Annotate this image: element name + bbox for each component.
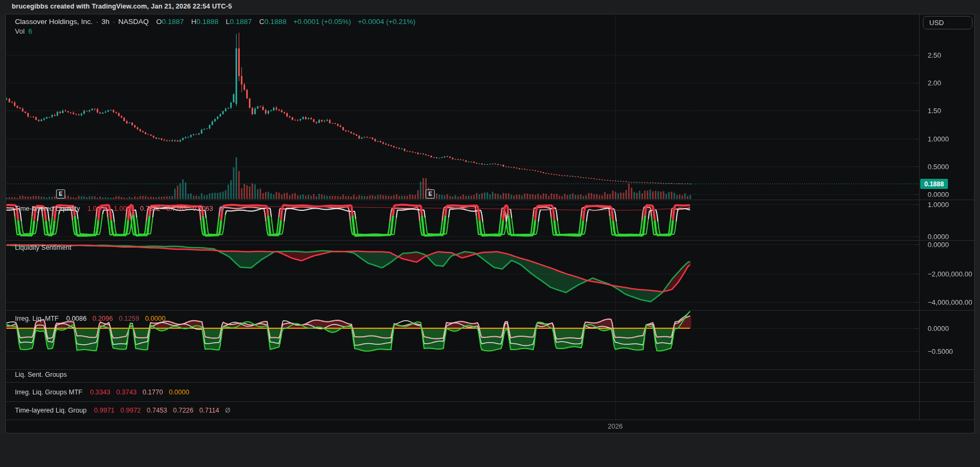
- price-axis-label: 0.0000: [928, 241, 949, 249]
- change-absolute: +0.0001 (+0.05%): [293, 18, 351, 26]
- indicator-value: 0.0086: [66, 315, 87, 322]
- price-axis-label: 0.0000: [928, 324, 949, 333]
- indicator-value: 0.7265: [167, 205, 187, 212]
- pane-label: Time-layered Liquidity: [15, 205, 80, 212]
- price-axis-label: 1.0000: [928, 201, 949, 209]
- symbol-info-row[interactable]: Classover Holdings, Inc.·3h·NASDAQ O0.18…: [15, 18, 415, 26]
- indicator-value: 0.7226: [173, 407, 193, 414]
- price-axis-label: −4,000,000.00: [928, 298, 973, 306]
- ohlc-open-label: O: [156, 18, 162, 26]
- ohlc-high-label: H: [191, 18, 197, 26]
- indicator-value: 0.3343: [90, 389, 110, 396]
- indicator-value: 0.1770: [143, 389, 163, 396]
- price-axis-label: 2.50: [928, 51, 941, 59]
- indicator-value: Ø: [219, 205, 224, 212]
- change-extended: +0.0004 (+0.21%): [358, 18, 415, 26]
- indicator-value: 1.0000: [114, 205, 134, 212]
- indicator-value: 0.9971: [94, 407, 114, 414]
- attribution-bar: brucegibbs created with TradingView.com,…: [0, 0, 980, 14]
- indicator-value: 0.7832: [140, 205, 160, 212]
- indicator-value: 0.2096: [92, 315, 113, 322]
- indicator-value: 0.0000: [145, 315, 166, 322]
- symbol-exchange: NASDAQ: [119, 18, 149, 26]
- indicator-value: 0.3743: [116, 389, 137, 396]
- price-axis-label: 1.0000: [928, 135, 949, 143]
- indicator-value: 0.7114: [199, 407, 219, 414]
- pane-row-irreg-liq-mtf[interactable]: Irreg. Liq. MTF 0.0086 0.2096 0.1259 0.0…: [15, 315, 171, 322]
- price-axis-label: 0.5000: [928, 163, 949, 171]
- tradingview-screenshot: brucegibbs created with TradingView.com,…: [0, 0, 980, 467]
- pane-label: Liquidity Sentiment: [15, 244, 72, 251]
- footer-bar: TradingView: [0, 434, 980, 467]
- price-axis-label: 0.0000: [928, 233, 949, 241]
- chart-canvas[interactable]: [5, 14, 975, 433]
- pane-row-time-layered-liq-group[interactable]: Time-layered Liq. Group 0.9971 0.9972 0.…: [15, 407, 236, 414]
- indicator-value: 1.0000: [88, 205, 108, 212]
- pane-label: Time-layered Liq. Group: [15, 407, 87, 414]
- earnings-marker-badge[interactable]: E: [56, 189, 65, 199]
- symbol-title[interactable]: Classover Holdings, Inc.: [15, 18, 93, 26]
- indicator-value: Ø: [225, 407, 231, 414]
- separator-dot: ·: [96, 18, 99, 26]
- indicator-value: 0.1259: [119, 315, 139, 322]
- ohlc-close-label: C: [259, 18, 264, 26]
- symbol-interval[interactable]: 3h: [101, 18, 109, 26]
- price-axis[interactable]: [920, 14, 975, 419]
- ohlc-high-value: 0.1888: [197, 18, 218, 26]
- price-axis-label: −0.5000: [928, 347, 953, 355]
- price-axis-label: 0.0000: [928, 191, 949, 199]
- price-axis-label: −2,000,000.00: [928, 270, 973, 278]
- ohlc-low-value: 0.1887: [230, 18, 252, 26]
- current-price-tag: 0.1888: [920, 179, 948, 189]
- attribution-text: brucegibbs created with TradingView.com,…: [12, 3, 232, 10]
- currency-usd-button[interactable]: USD: [923, 16, 973, 29]
- ohlc-open-value: 0.1887: [162, 18, 184, 26]
- time-axis-year-label: 2026: [605, 423, 626, 430]
- indicator-value: 0.9972: [121, 407, 141, 414]
- volume-indicator-row[interactable]: Vol6: [15, 27, 32, 35]
- pane-row-liq-sent-groups[interactable]: Liq. Sent. Groups: [15, 371, 74, 378]
- volume-value: 6: [28, 27, 32, 35]
- volume-label: Vol: [15, 27, 25, 35]
- separator-dot: ·: [113, 18, 115, 26]
- indicator-value: 0.7063: [193, 205, 213, 212]
- earnings-marker-badge[interactable]: E: [426, 189, 435, 199]
- price-axis-label: 1.50: [928, 107, 941, 115]
- pane-row-irreg-liq-groups-mtf[interactable]: Irreg. Liq. Groups MTF 0.3343 0.3743 0.1…: [15, 389, 195, 396]
- indicator-value: 0.7453: [147, 407, 167, 414]
- ohlc-close-value: 0.1888: [264, 18, 286, 26]
- price-axis-label: 2.00: [928, 79, 941, 87]
- time-axis[interactable]: [5, 419, 920, 433]
- pane-row-liquidity-sentiment[interactable]: Liquidity Sentiment: [15, 244, 79, 251]
- pane-label: Irreg. Liq. Groups MTF: [15, 389, 82, 396]
- pane-row-time-layered-liquidity[interactable]: Time-layered Liquidity 1.0000 1.0000 0.7…: [15, 205, 230, 212]
- pane-label: Liq. Sent. Groups: [15, 371, 67, 378]
- indicator-value: 0.0000: [169, 389, 189, 396]
- pane-label: Irreg. Liq. MTF: [15, 315, 59, 322]
